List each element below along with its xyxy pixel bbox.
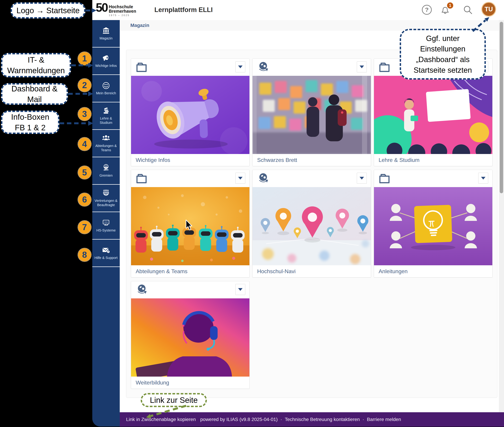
footer-bar: Link in Zwischenablage kopieren powered … <box>120 412 504 427</box>
sidebar-item-hs-systeme[interactable]: HS-Systeme <box>92 212 120 240</box>
card-anleitungen[interactable]: Anleitungen <box>374 170 493 277</box>
logo-name-line1: Hochschule <box>109 4 136 9</box>
annotation-number-7: 7 <box>78 220 92 234</box>
footer-link-support-contact[interactable]: Technische Betreuung kontaktieren <box>285 417 360 422</box>
card-title[interactable]: Anleitungen <box>374 265 492 277</box>
university-logo[interactable]: 50 Hochschule Bremerhaven 1975 – 2025 <box>96 2 136 17</box>
footer-separator: · <box>280 417 282 422</box>
card-actions-dropdown[interactable] <box>235 173 245 184</box>
card-image-robots <box>131 187 249 265</box>
notification-badge: 1 <box>447 2 453 8</box>
bank-icon <box>102 27 110 35</box>
footer-separator: · <box>363 417 364 422</box>
chevron-down-icon <box>360 177 364 180</box>
chevron-down-icon <box>481 177 486 180</box>
card-weiterbildung[interactable]: Weiterbildung <box>131 281 250 389</box>
card-title[interactable]: Schwarzes Brett <box>253 154 371 166</box>
card-actions-dropdown[interactable] <box>235 284 245 295</box>
card-image-sticky-notes <box>253 76 371 154</box>
card-title[interactable]: Hochschul-Navi <box>253 265 371 277</box>
annotation-number-3: 3 <box>78 107 92 121</box>
folder-icon <box>136 172 147 184</box>
annotation-number-6: 6 <box>78 193 92 207</box>
folder-icon <box>379 61 390 73</box>
card-abteilungen-teams[interactable]: Abteilungen & Teams <box>131 170 250 277</box>
sidebar-item-label: Vertretungen & Beauftragte <box>92 198 120 207</box>
chevron-down-icon <box>238 177 243 180</box>
sidebar-item-hilfe-support[interactable]: ? Hilfe & Support <box>92 240 120 267</box>
folder-icon <box>136 61 147 73</box>
sidebar-item-label: Magazin <box>99 36 114 40</box>
card-title[interactable]: Weiterbildung <box>131 377 249 389</box>
card-actions-dropdown[interactable] <box>478 173 488 184</box>
repository-panel: Wichtige Infos <box>126 50 497 398</box>
sidebar-item-wichtige-infos[interactable]: Wichtige Infos <box>92 47 120 75</box>
weblink-icon <box>257 61 269 73</box>
card-grid: Wichtige Infos <box>126 50 497 398</box>
sidebar-item-label: Hilfe & Support <box>93 256 119 260</box>
weblink-icon <box>136 284 147 296</box>
weblink-icon <box>257 172 269 184</box>
folder-icon <box>379 172 390 184</box>
card-actions-dropdown[interactable] <box>357 173 367 184</box>
callout-dashboard-startseite: Ggf. unter Einstellungen „Dashboard“ als… <box>400 29 486 80</box>
logo-50-mark: 50 <box>96 2 107 17</box>
annotation-number-8: 8 <box>78 248 92 262</box>
sidebar-item-gremien[interactable]: Gremien <box>92 157 120 185</box>
page-title: Lernplattform ELLI <box>154 6 213 14</box>
scrollbar-thumb[interactable] <box>500 22 503 193</box>
sidebar-item-vertretungen[interactable]: Vertretungen & Beauftragte <box>92 185 120 212</box>
chevron-down-icon <box>238 288 243 291</box>
callout-logo-startseite: Logo → Startseite <box>11 2 85 19</box>
card-image-headphones-person <box>131 298 249 377</box>
card-title[interactable]: Lehre & Studium <box>374 154 492 166</box>
main-navigation-sidebar: Magazin Wichtige Infos Mein Bereich Lehr… <box>92 20 120 427</box>
card-image-megaphone <box>131 76 249 154</box>
monitor-icon <box>102 219 110 227</box>
callout-dashboard-mail: Dashboard & Mail <box>1 83 68 105</box>
books-icon <box>102 107 110 115</box>
card-wichtige-infos[interactable]: Wichtige Infos <box>131 59 250 166</box>
sidebar-item-label: Gremien <box>99 173 114 178</box>
card-title[interactable]: Abteilungen & Teams <box>131 265 249 277</box>
search-icon[interactable] <box>462 4 473 15</box>
annotation-number-4: 4 <box>78 137 92 151</box>
svg-text:?: ? <box>425 6 428 13</box>
card-hochschul-navi[interactable]: Hochschul-Navi <box>252 170 371 277</box>
people-group-icon <box>102 134 110 142</box>
card-title[interactable]: Wichtige Infos <box>131 154 249 166</box>
callout-info-boxen: Info-Boxen FB 1 & 2 <box>1 111 59 134</box>
footer-link-powered-by[interactable]: powered by ILIAS (v9.8 2025-04-01) <box>200 417 278 422</box>
sidebar-item-label: Abteilungen & Teams <box>92 144 120 152</box>
help-circle-icon[interactable]: ? <box>421 4 433 15</box>
footer-link-copy-link[interactable]: Link in Zwischenablage kopieren <box>126 417 196 422</box>
sidebar-item-lehre-studium[interactable]: Lehre & Studium <box>92 102 120 130</box>
annotation-number-2: 2 <box>78 78 92 92</box>
card-image-presentation <box>374 76 492 154</box>
logo-name-line2: Bremerhaven <box>109 9 136 13</box>
breadcrumb[interactable]: Magazin <box>130 23 149 28</box>
sidebar-item-label: Mein Bereich <box>95 91 117 95</box>
sidebar-item-magazin[interactable]: Magazin <box>92 20 120 47</box>
card-actions-dropdown[interactable] <box>357 61 367 72</box>
logo-years: 1975 – 2025 <box>109 14 136 17</box>
sidebar-item-label: HS-Systeme <box>95 228 117 233</box>
user-avatar[interactable]: TU <box>481 2 496 17</box>
smiley-icon <box>102 82 110 90</box>
sidebar-item-abteilungen-teams[interactable]: Abteilungen & Teams <box>92 130 120 157</box>
annotation-number-1: 1 <box>78 52 92 66</box>
bell-icon[interactable]: 1 <box>440 4 451 15</box>
svg-text:?: ? <box>108 251 109 253</box>
sidebar-item-mein-bereich[interactable]: Mein Bereich <box>92 75 120 102</box>
sidebar-item-label: Wichtige Infos <box>94 64 118 68</box>
globe-people-icon <box>102 189 110 197</box>
chevron-down-icon <box>238 66 243 68</box>
card-image-map-pins <box>253 187 371 265</box>
sidebar-item-label: Lehre & Studium <box>92 116 120 125</box>
card-schwarzes-brett[interactable]: Schwarzes Brett <box>252 59 371 166</box>
annotation-number-5: 5 <box>78 166 92 180</box>
footer-link-report-barrier[interactable]: Barriere melden <box>367 417 401 422</box>
callout-link-zur-seite: Link zur Seite <box>141 393 207 407</box>
card-actions-dropdown[interactable] <box>235 61 245 72</box>
megaphone-icon <box>102 54 110 62</box>
